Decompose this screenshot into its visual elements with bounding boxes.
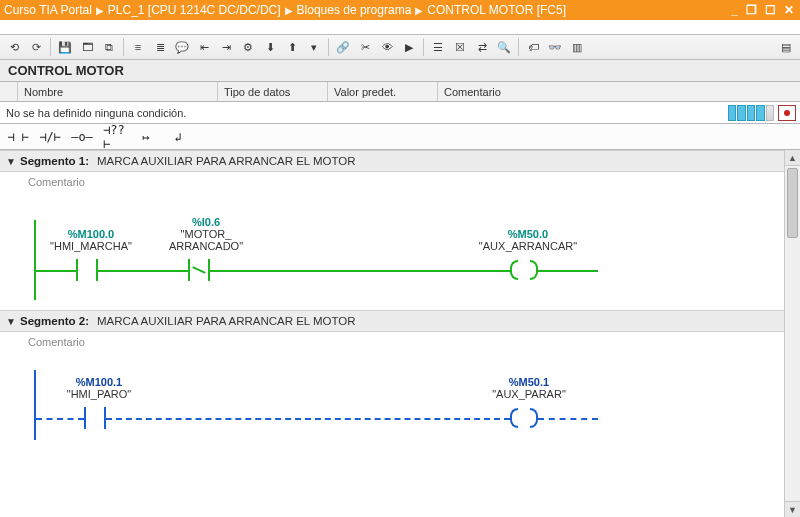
tag-label[interactable]: %M50.0 "AUX_ARRANCAR" <box>468 228 588 252</box>
wire <box>36 270 76 272</box>
breadcrumb-item: Bloques de programa <box>297 3 412 17</box>
tool-indent-in[interactable]: ⇥ <box>216 37 236 57</box>
tool-print[interactable]: 🗔 <box>77 37 97 57</box>
coil[interactable] <box>510 407 538 429</box>
contact-no[interactable] <box>84 407 106 429</box>
tag-label[interactable]: %M50.1 "AUX_PARAR" <box>474 376 584 400</box>
lad-palette: ⊣ ⊢ ⊣/⊢ –o– ⊣??⊢ ↦ ↲ <box>0 124 800 150</box>
tool-block-settings[interactable]: ⚙ <box>238 37 258 57</box>
wire <box>36 418 84 420</box>
monitor-toggle[interactable] <box>778 105 796 121</box>
tool-go-online[interactable]: 🔗 <box>333 37 353 57</box>
block-title-text: CONTROL MOTOR <box>8 63 124 78</box>
segment-comment[interactable]: Comentario <box>0 332 784 350</box>
palette-no-contact[interactable]: ⊣ ⊢ <box>6 127 30 147</box>
scroll-track[interactable] <box>785 166 800 501</box>
scroll-down-icon[interactable]: ▼ <box>785 501 800 517</box>
tool-nav-next[interactable]: ⟳ <box>26 37 46 57</box>
col-datatype[interactable]: Tipo de datos <box>218 82 328 101</box>
segment-header[interactable]: ▼ Segmento 1: MARCA AUXILIAR PARA ARRANC… <box>0 150 784 172</box>
col-name[interactable]: Nombre <box>18 82 218 101</box>
tool-filter[interactable]: ▥ <box>567 37 587 57</box>
tool-save[interactable]: 💾 <box>55 37 75 57</box>
segment-header[interactable]: ▼ Segmento 2: MARCA AUXILIAR PARA ARRANC… <box>0 310 784 332</box>
tool-monitor[interactable]: 👁 <box>377 37 397 57</box>
power-rail <box>34 370 36 440</box>
separator <box>423 38 424 56</box>
col-default[interactable]: Valor predet. <box>328 82 438 101</box>
breadcrumb-item: PLC_1 [CPU 1214C DC/DC/DC] <box>108 3 281 17</box>
tag-label[interactable]: %M100.0 "HMI_MARCHA" <box>46 228 136 252</box>
wire <box>538 418 598 420</box>
tool-align-right[interactable]: ≣ <box>150 37 170 57</box>
contact-nc[interactable] <box>188 259 210 281</box>
network-editor: ▼ Segmento 1: MARCA AUXILIAR PARA ARRANC… <box>0 150 800 517</box>
maximize-button[interactable]: ☐ <box>763 3 778 17</box>
tool-indent-out[interactable]: ⇤ <box>194 37 214 57</box>
tool-crossref[interactable]: ⇄ <box>472 37 492 57</box>
tool-go-offline[interactable]: ✂ <box>355 37 375 57</box>
tool-download[interactable]: ⬇ <box>260 37 280 57</box>
wire <box>98 270 188 272</box>
tool-compile[interactable]: ▶ <box>399 37 419 57</box>
vertical-scrollbar[interactable]: ▲ ▼ <box>784 150 800 517</box>
separator <box>518 38 519 56</box>
wire <box>210 270 510 272</box>
tag-label[interactable]: %I0.6 "MOTOR_ ARRANCADO" <box>156 216 256 252</box>
segment-desc: MARCA AUXILIAR PARA ARRANCAR EL MOTOR <box>97 155 356 167</box>
chevron-right-icon: ▶ <box>415 5 423 16</box>
segment-desc: MARCA AUXILIAR PARA ARRANCAR EL MOTOR <box>97 315 356 327</box>
signal-meter-icon <box>728 105 774 121</box>
chevron-down-icon[interactable]: ▼ <box>2 316 20 327</box>
editor-canvas[interactable]: ▼ Segmento 1: MARCA AUXILIAR PARA ARRANC… <box>0 150 784 517</box>
tool-glasses-icon[interactable]: 👓 <box>545 37 565 57</box>
title-bar: Curso TIA Portal ▶ PLC_1 [CPU 1214C DC/D… <box>0 0 800 20</box>
segment-comment[interactable]: Comentario <box>0 172 784 190</box>
palette-branch-open[interactable]: ↦ <box>134 127 158 147</box>
tool-insert-network[interactable]: ☰ <box>428 37 448 57</box>
chevron-right-icon: ▶ <box>285 5 293 16</box>
breadcrumb-item: CONTROL MOTOR [FC5] <box>427 3 566 17</box>
segment: ▼ Segmento 1: MARCA AUXILIAR PARA ARRANC… <box>0 150 784 310</box>
palette-nc-contact[interactable]: ⊣/⊢ <box>38 127 62 147</box>
col-comment[interactable]: Comentario <box>438 82 800 101</box>
scroll-up-icon[interactable]: ▲ <box>785 150 800 166</box>
power-rail <box>34 220 36 300</box>
scroll-thumb[interactable] <box>787 168 798 238</box>
ladder-network[interactable]: %M100.1 "HMI_PARO" %M50.1 "AUX_PARAR" <box>28 350 776 450</box>
tool-nav-prev[interactable]: ⟲ <box>4 37 24 57</box>
tool-comment[interactable]: 💬 <box>172 37 192 57</box>
palette-branch-close[interactable]: ↲ <box>166 127 190 147</box>
close-button[interactable]: ✕ <box>782 3 796 17</box>
separator <box>328 38 329 56</box>
contact-no[interactable] <box>76 259 98 281</box>
main-toolbar: ⟲ ⟳ 💾 🗔 ⧉ ≡ ≣ 💬 ⇤ ⇥ ⚙ ⬇ ⬆ ▾ 🔗 ✂ 👁 ▶ ☰ ☒ … <box>0 34 800 60</box>
tag-label[interactable]: %M100.1 "HMI_PARO" <box>54 376 144 400</box>
window-controls: _ ❐ ☐ ✕ <box>729 3 796 17</box>
palette-box[interactable]: ⊣??⊢ <box>102 127 126 147</box>
tool-more[interactable]: ▾ <box>304 37 324 57</box>
condition-bar: No se ha definido ninguna condición. <box>0 102 800 124</box>
tool-search[interactable]: 🔍 <box>494 37 514 57</box>
tool-align-left[interactable]: ≡ <box>128 37 148 57</box>
wire <box>538 270 598 272</box>
breadcrumb-item: Curso TIA Portal <box>4 3 92 17</box>
minimize-button[interactable]: _ <box>729 3 740 17</box>
tool-tags[interactable]: 🏷 <box>523 37 543 57</box>
interface-header-row: Nombre Tipo de datos Valor predet. Comen… <box>0 82 800 102</box>
tool-split-view[interactable]: ▤ <box>776 37 796 57</box>
segment-label: Segmento 1: <box>20 155 89 167</box>
palette-coil[interactable]: –o– <box>70 127 94 147</box>
tool-delete-network[interactable]: ☒ <box>450 37 470 57</box>
block-title: CONTROL MOTOR <box>0 60 800 82</box>
separator <box>123 38 124 56</box>
ladder-network[interactable]: %M100.0 "HMI_MARCHA" %I0.6 "MOTOR_ ARRAN… <box>28 190 776 310</box>
segment: ▼ Segmento 2: MARCA AUXILIAR PARA ARRANC… <box>0 310 784 450</box>
tool-upload[interactable]: ⬆ <box>282 37 302 57</box>
chevron-down-icon[interactable]: ▼ <box>2 156 20 167</box>
tool-copy[interactable]: ⧉ <box>99 37 119 57</box>
coil[interactable] <box>510 259 538 281</box>
wire <box>106 418 510 420</box>
chevron-right-icon: ▶ <box>96 5 104 16</box>
restore-button[interactable]: ❐ <box>744 3 759 17</box>
